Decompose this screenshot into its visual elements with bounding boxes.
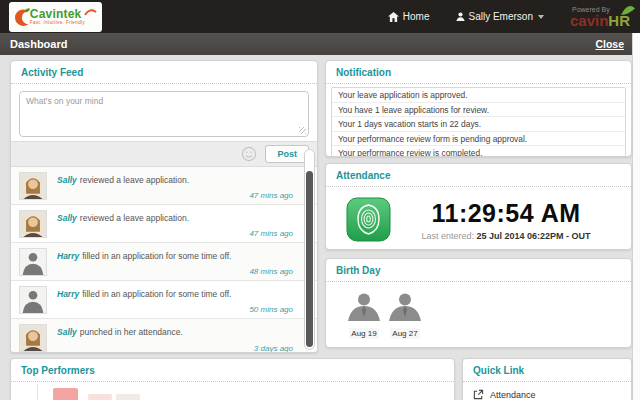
activity-feed-panel: Activity Feed Post Sallyreviewed a leave… xyxy=(10,60,318,353)
birthday-person[interactable]: Aug 19 xyxy=(344,290,384,340)
last-entered-value: 25 Jul 2014 06:22PM - OUT xyxy=(477,231,591,241)
dashboard-bar: Dashboard Close xyxy=(0,33,640,55)
header-nav: Home Sally Emerson Powered By cavinHR xyxy=(388,0,632,33)
feed-actor[interactable]: Sally xyxy=(57,213,77,223)
feed-action: filled in an application for some time o… xyxy=(82,289,231,299)
feed-actor[interactable]: Harry xyxy=(57,251,79,261)
feed-actor[interactable]: Sally xyxy=(57,175,77,185)
quick-link-title: Quick Link xyxy=(463,359,631,382)
activity-feed-title: Activity Feed xyxy=(11,61,317,84)
feed-item[interactable]: Harryfilled in an application for some t… xyxy=(11,243,317,281)
fingerprint-punch-icon[interactable] xyxy=(346,197,391,242)
notification-item[interactable]: You have 1 leave applications for review… xyxy=(332,103,625,118)
chart-axis xyxy=(37,384,38,400)
feed-item[interactable]: Harryfilled in an application for some t… xyxy=(11,281,317,319)
feed-actor[interactable]: Harry xyxy=(57,289,79,299)
person-silhouette-icon xyxy=(346,290,382,322)
app-header: Cavintek Fast. Intuitive. Friendly Home … xyxy=(0,0,640,33)
attendance-last-entered: Last entered: 25 Jul 2014 06:22PM - OUT xyxy=(391,231,621,241)
nav-home[interactable]: Home xyxy=(388,11,430,22)
feed-action: punched in her attendance. xyxy=(80,327,183,337)
notification-panel: Notification Your leave application is a… xyxy=(325,60,632,157)
notification-item[interactable]: Your performance review form is pending … xyxy=(332,132,625,147)
notification-item[interactable]: Your performance review is completed. xyxy=(332,146,625,157)
birthday-date: Aug 27 xyxy=(390,328,419,339)
birthday-date: Aug 19 xyxy=(349,328,378,339)
attendance-clock-block: 11:29:54 AM Last entered: 25 Jul 2014 06… xyxy=(391,199,621,241)
nav-home-label: Home xyxy=(403,11,430,22)
feed-text: Harryfilled in an application for some t… xyxy=(57,248,293,261)
page-title: Dashboard xyxy=(10,38,67,50)
feed-scrollbar-thumb[interactable] xyxy=(306,171,313,347)
page-scrollbar[interactable] xyxy=(632,33,640,400)
notification-item[interactable]: Your leave application is approved. xyxy=(332,88,625,103)
feed-action: reviewed a leave application. xyxy=(80,175,189,185)
last-entered-label: Last entered: xyxy=(421,231,474,241)
logo-swoosh-icon xyxy=(84,9,97,17)
feed-item[interactable]: Sallypunched in her attendance. 3 days a… xyxy=(11,319,317,353)
avatar xyxy=(19,210,47,238)
cavintek-logo-inner: Cavintek Fast. Intuitive. Friendly xyxy=(14,7,97,28)
birthday-person[interactable]: Aug 27 xyxy=(385,290,425,340)
notification-item[interactable]: Your 1 days vacation starts in 22 days. xyxy=(332,117,625,132)
top-performers-panel: Top Performers xyxy=(10,358,455,400)
feed-action: filled in an application for some time o… xyxy=(82,251,231,261)
cavintek-logo[interactable]: Cavintek Fast. Intuitive. Friendly xyxy=(9,2,102,32)
user-icon xyxy=(456,12,465,21)
birthday-body: Aug 19 Aug 27 xyxy=(326,282,631,340)
feed-text: Sallyreviewed a leave application. xyxy=(57,210,293,223)
feed-text: Harryfilled in an application for some t… xyxy=(57,286,293,299)
feed-timestamp: 47 mins ago xyxy=(57,191,293,200)
close-link[interactable]: Close xyxy=(595,38,624,50)
birthday-panel: Birth Day Aug 19 Aug 27 xyxy=(325,258,632,348)
notification-list: Your leave application is approved. You … xyxy=(331,87,626,157)
cavinhr-brand-left: cavin xyxy=(570,12,608,29)
feed-item[interactable]: Sallyreviewed a leave application. 47 mi… xyxy=(11,167,317,205)
cavinhr-logo: cavinHR xyxy=(570,13,630,28)
home-icon xyxy=(388,12,399,22)
feed-scrollbar[interactable] xyxy=(304,149,315,350)
quick-link-attendance[interactable]: Attendance xyxy=(463,382,631,400)
attendance-body: 11:29:54 AM Last entered: 25 Jul 2014 06… xyxy=(326,187,631,242)
feed-timestamp: 47 mins ago xyxy=(57,229,293,238)
textarea-resize-handle[interactable] xyxy=(299,127,306,134)
avatar xyxy=(19,172,47,200)
nav-user-name: Sally Emerson xyxy=(469,11,533,22)
feed-text: Sallypunched in her attendance. xyxy=(57,324,293,337)
chart-bar xyxy=(88,394,112,400)
attendance-title: Attendance xyxy=(326,164,631,187)
caret-down-icon xyxy=(538,15,544,19)
feed-timestamp: 50 mins ago xyxy=(57,305,293,314)
chart-bar xyxy=(116,394,140,400)
feed-text: Sallyreviewed a leave application. xyxy=(57,172,293,185)
status-composer xyxy=(11,84,317,137)
attendance-panel: Attendance 11:29:54 AM Last entered: 25 … xyxy=(325,163,632,250)
top-performers-chart xyxy=(11,382,454,400)
feed-list: Sallyreviewed a leave application. 47 mi… xyxy=(11,166,317,353)
emoticon-icon[interactable] xyxy=(241,146,257,162)
avatar xyxy=(19,286,47,314)
powered-by-block[interactable]: Powered By cavinHR xyxy=(570,6,630,28)
leaf-icon xyxy=(620,6,636,16)
quick-link-panel: Quick Link Attendance xyxy=(462,358,632,400)
attendance-clock: 11:29:54 AM xyxy=(391,199,621,228)
composer-footer: Post xyxy=(11,141,317,166)
nav-user-menu[interactable]: Sally Emerson xyxy=(456,11,544,22)
birthday-title: Birth Day xyxy=(326,259,631,282)
logo-brand-text: Cavintek xyxy=(30,8,85,20)
status-input[interactable] xyxy=(19,91,309,137)
feed-timestamp: 48 mins ago xyxy=(57,267,293,276)
post-button[interactable]: Post xyxy=(265,145,309,163)
feed-actor[interactable]: Sally xyxy=(57,327,77,337)
feed-item[interactable]: Sallyreviewed a leave application. 47 mi… xyxy=(11,205,317,243)
external-link-icon xyxy=(473,389,484,400)
chart-bar xyxy=(53,388,78,400)
logo-tagline: Fast. Intuitive. Friendly xyxy=(30,21,85,26)
avatar xyxy=(19,248,47,276)
feed-action: reviewed a leave application. xyxy=(80,213,189,223)
quick-link-label: Attendance xyxy=(490,390,536,400)
avatar xyxy=(19,324,47,352)
notification-title: Notification xyxy=(326,61,631,84)
top-performers-title: Top Performers xyxy=(11,359,454,382)
feed-timestamp: 3 days ago xyxy=(57,344,293,353)
